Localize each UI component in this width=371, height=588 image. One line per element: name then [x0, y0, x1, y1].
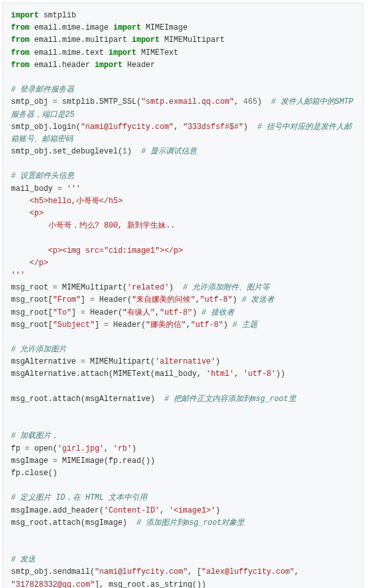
string: '<image1>': [169, 506, 216, 515]
comment: # 发送者: [242, 295, 274, 304]
code-text: msg_root[: [11, 320, 53, 329]
comment: # 显示调试信息: [141, 147, 197, 156]
comment: # 设置邮件头信息: [11, 172, 74, 181]
code-text: smtp_obj: [11, 97, 53, 106]
string: "有缘人": [123, 308, 155, 317]
code-text: email.header: [30, 61, 95, 70]
string: "utf-8": [159, 308, 192, 317]
code-text: ,: [294, 567, 303, 576]
comment: # 接收者: [201, 308, 234, 317]
string: "Subject": [53, 320, 95, 329]
kw-import: import: [132, 35, 159, 44]
code-text: ): [223, 320, 232, 329]
code-text: ,: [104, 444, 113, 453]
code-text: , [: [188, 567, 202, 576]
code-text: msg_root[: [11, 308, 53, 317]
string: ''': [11, 271, 25, 280]
string: "333dsfsf#$#": [183, 122, 243, 132]
code-text: MIMEMultipart(: [85, 357, 155, 366]
op: =: [53, 283, 57, 292]
comment: # 添加图片到msg_root对象里: [136, 518, 245, 527]
string: </p>: [11, 259, 48, 268]
string: "utf-8": [200, 295, 232, 304]
comment: # 把邮件正文内容添加到msg_root里: [165, 395, 296, 404]
op: =: [90, 295, 94, 304]
code-text: msg_root.attach(msgAlternative): [11, 395, 165, 404]
code-text: ,: [159, 506, 168, 515]
code-text: msg_root.attach(msgImage): [11, 518, 136, 527]
comment: # 允许添加图片: [11, 345, 66, 354]
comment: # 加载图片，: [11, 431, 59, 440]
code-text: ): [243, 122, 257, 132]
code-text: mail_body: [11, 184, 57, 193]
code-text: ): [232, 295, 241, 304]
code-text: ): [192, 308, 201, 317]
code-text: MIMEImage(fp.read()): [57, 456, 155, 466]
kw-import: import: [108, 48, 136, 57]
string: "nami@luffycity.com": [81, 122, 174, 132]
string: ''': [66, 184, 81, 193]
string: 小哥哥，约么? 800, 新到学生妹..: [11, 221, 175, 230]
string: <h5>hello,小哥哥</h5>: [11, 197, 123, 206]
code-text: ]: [95, 320, 104, 329]
code-text: MIMEMultipart: [159, 35, 225, 44]
string: <p>: [11, 209, 43, 218]
code-text: MIMEText: [136, 48, 178, 57]
kw-from: from: [11, 48, 30, 57]
kw-from: from: [11, 61, 30, 70]
code-text: ], msg_root.as_string()): [95, 580, 206, 588]
kw-from: from: [11, 35, 30, 44]
number: 465: [243, 97, 257, 106]
string: 'girl.jpg': [57, 444, 104, 453]
code-text: email.mime.image: [30, 23, 114, 32]
code-text: Header: [123, 61, 155, 70]
op: =: [53, 97, 57, 106]
string: 'related': [127, 283, 169, 292]
code-text: fp: [11, 444, 25, 453]
code-text: Header(: [108, 320, 146, 329]
comment: # 允许添加附件、图片等: [183, 283, 269, 292]
string: "From": [53, 295, 81, 304]
op: =: [25, 444, 30, 453]
code-text: msgImage.add_header(: [11, 506, 104, 515]
code-text: ,: [234, 369, 243, 378]
code-text: ): [257, 97, 272, 106]
code-text: msgAlternative: [11, 357, 81, 366]
kw-import: import: [95, 61, 123, 70]
code-text: ,: [196, 295, 200, 304]
comment: # 发送: [11, 555, 35, 564]
number: 1: [123, 147, 127, 156]
string: 'alternative': [155, 357, 216, 366]
code-text: msg_root: [11, 283, 53, 292]
code-text: email.mime.text: [30, 48, 108, 57]
code-text: smtp_obj.sendmail(: [11, 567, 95, 576]
string: "317828332@qq.com": [11, 580, 95, 588]
string: 'html': [206, 369, 234, 378]
code-text: smtp_obj.login(: [11, 122, 81, 132]
comment: # 登录邮件服务器: [11, 85, 74, 94]
string: "娜美的信": [146, 320, 186, 329]
string: "smtp.exmail.qq.com": [141, 97, 234, 106]
kw-import: import: [113, 23, 141, 32]
code-text: MIMEImage: [141, 23, 188, 32]
code-text: ): [216, 357, 220, 366]
code-text: msgAlternative.attach(MIMEText(mail_body…: [11, 369, 206, 378]
code-text: ,: [174, 122, 183, 132]
string: "To": [53, 308, 72, 317]
string: "nami@luffycity.com": [95, 567, 188, 576]
code-text: fp.close(): [11, 469, 57, 478]
code-text: email.mime.multipart: [30, 35, 132, 44]
code-text: ): [127, 147, 141, 156]
string: 'utf-8': [243, 369, 276, 378]
code-text: smtplib: [39, 11, 76, 20]
string: <p><img src="cid:image1"></p>: [11, 246, 183, 255]
code-text: ): [216, 506, 220, 515]
code-text: ]: [81, 295, 90, 304]
code-text: Header(: [95, 295, 132, 304]
code-text: Header(: [85, 308, 123, 317]
code-text: msg_root[: [11, 295, 53, 304]
kw-from: from: [11, 23, 30, 32]
code-text: msgImage: [11, 456, 53, 466]
code-text: smtp_obj.set_debuglevel(: [11, 147, 123, 156]
code-text: ]: [72, 308, 81, 317]
